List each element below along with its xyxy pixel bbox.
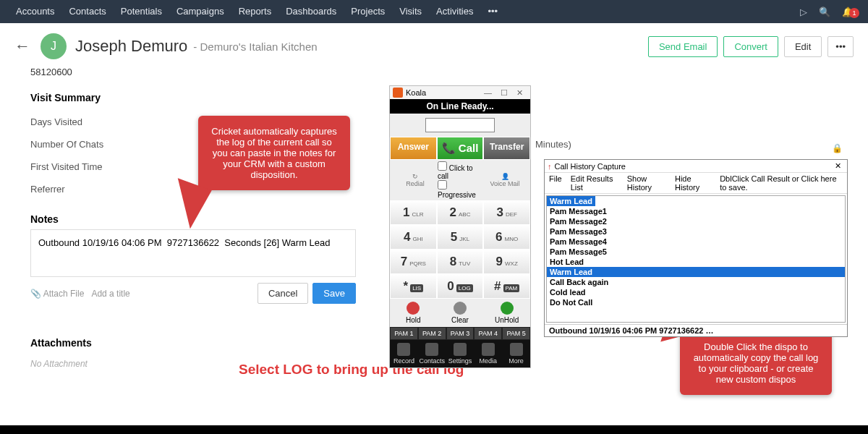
history-title: Call History Capture [555,162,833,171]
menu-edit-results[interactable]: Edit Results List [571,174,618,192]
callout-cricket: Cricket automatically captures the log o… [198,116,350,190]
list-item[interactable]: Pam Message1 [547,206,845,216]
history-up-icon: ↑ [548,162,552,171]
search-icon[interactable]: 🔍 [813,7,836,17]
close-icon[interactable]: ✕ [512,88,527,98]
attach-file-link[interactable]: 📎 Attach File [30,289,84,299]
settings-tab[interactable]: Settings [446,340,475,367]
list-item[interactable]: Pam Message5 [547,247,845,257]
unhold-button[interactable]: UnHold [483,299,530,327]
hold-button[interactable]: Hold [390,299,437,327]
key-4[interactable]: 4GHI [390,225,437,250]
contact-company: - Demuro's Italian Kitchen [193,41,317,53]
nav-projects[interactable]: Projects [344,0,392,23]
list-item[interactable]: Warm Lead [547,196,595,206]
list-item[interactable]: Hot Lead [547,257,845,267]
media-tab[interactable]: Media [474,340,502,367]
key-0-log[interactable]: 0LOG [437,274,484,299]
nav-potentials[interactable]: Potentials [114,0,169,23]
key-7[interactable]: 7PQRS [390,250,437,274]
key-3[interactable]: 3DEF [483,200,530,225]
more-button[interactable]: ••• [827,36,854,57]
dialer-status: On Line Ready... [390,99,530,114]
progressive-checkbox[interactable]: Progressive [438,183,476,199]
transfer-button[interactable]: Transfer [483,137,530,160]
contacts-tab[interactable]: Contacts [418,340,446,367]
nav-campaigns[interactable]: Campaigns [169,0,231,23]
contact-name: Joseph Demuro [75,37,187,56]
pam-1[interactable]: PAM 1 [390,327,418,340]
clear-button[interactable]: Clear [437,299,484,327]
pam-5[interactable]: PAM 5 [502,327,530,340]
pam-4[interactable]: PAM 4 [474,327,502,340]
list-item-selected[interactable]: Warm Lead [547,267,845,277]
avatar: J [41,33,67,59]
bottom-bar [0,425,868,434]
pam-3[interactable]: PAM 3 [446,327,475,340]
notes-textarea[interactable] [38,237,348,266]
edit-button[interactable]: Edit [784,36,822,57]
keypad: 1CLR 2ABC 3DEF 4GHI 5JKL 6MNO 7PQRS 8TUV… [390,200,530,299]
save-button[interactable]: Save [312,283,356,304]
pam-2[interactable]: PAM 2 [418,327,446,340]
menu-dblclick-hint[interactable]: DblClick Call Result or Click here to sa… [720,174,843,192]
record-tab[interactable]: Record [390,340,418,367]
send-email-button[interactable]: Send Email [648,36,718,57]
dialer-title: Koala [406,88,480,97]
key-hash[interactable]: #PAM [483,274,530,299]
dialer-window: Koala — ☐ ✕ On Line Ready... Answer 📞 Ca… [389,85,531,368]
history-status: Outbound 10/19/16 04:06 PM 9727136622 … [545,324,847,336]
list-item[interactable]: Call Back again [547,277,845,287]
key-2[interactable]: 2ABC [437,200,484,225]
bell-icon[interactable]: 🔔1 [836,7,859,17]
redial-button[interactable]: ↻Redial [393,173,438,187]
time-spent-label: Minutes) [535,139,571,150]
key-1[interactable]: 1CLR [390,200,437,225]
nav-reports[interactable]: Reports [231,0,279,23]
cancel-button[interactable]: Cancel [258,283,308,304]
key-6[interactable]: 6MNO [483,225,530,250]
notes-box [30,229,356,277]
history-close-icon[interactable]: ✕ [832,161,844,171]
notif-badge: 1 [849,8,859,18]
nav-dashboards[interactable]: Dashboards [278,0,344,23]
maximize-icon[interactable]: ☐ [496,88,512,98]
top-nav: Accounts Contacts Potentials Campaigns R… [0,0,868,23]
add-title-link[interactable]: Add a title [91,289,129,299]
list-item[interactable]: Pam Message4 [547,237,845,247]
list-item[interactable]: Pam Message2 [547,216,845,226]
record-number: 58120600 [30,67,868,77]
key-9[interactable]: 9WXZ [483,250,530,274]
nav-contacts[interactable]: Contacts [61,0,113,23]
announce-icon[interactable]: ▷ [794,7,813,17]
back-arrow-icon[interactable]: ← [14,37,30,56]
menu-file[interactable]: File [549,174,562,192]
convert-button[interactable]: Convert [723,36,778,57]
key-8[interactable]: 8TUV [437,250,484,274]
nav-more[interactable]: ••• [480,0,505,23]
answer-button[interactable]: Answer [390,137,437,160]
voicemail-button[interactable]: 👤Voice Mail [482,173,527,187]
callout-dispo: Double Click the dispo to automatically … [680,331,832,395]
menu-show-history[interactable]: Show History [627,174,666,192]
lock-icon: 🔒 [832,143,843,153]
list-item[interactable]: Pam Message3 [547,226,845,237]
koala-icon [393,88,403,98]
call-history-window: ↑ Call History Capture ✕ File Edit Resul… [544,159,848,337]
more-tab[interactable]: More [502,340,530,367]
nav-visits[interactable]: Visits [392,0,429,23]
dispo-list[interactable]: Warm Lead Pam Message1 Pam Message2 Pam … [546,195,846,323]
list-item[interactable]: Do Not Call [547,297,845,307]
contact-header: ← J Joseph Demuro - Demuro's Italian Kit… [0,23,868,67]
key-star[interactable]: *LIS [390,274,437,299]
menu-hide-history[interactable]: Hide History [675,174,711,192]
dial-number-input[interactable] [425,118,495,132]
key-5[interactable]: 5JKL [437,225,484,250]
minimize-icon[interactable]: — [480,88,496,97]
call-button[interactable]: 📞 Call [437,137,484,160]
nav-activities[interactable]: Activities [429,0,480,23]
click-to-call-checkbox[interactable]: Click to call [438,164,473,180]
list-item[interactable]: Cold lead [547,287,845,297]
nav-accounts[interactable]: Accounts [9,0,61,23]
